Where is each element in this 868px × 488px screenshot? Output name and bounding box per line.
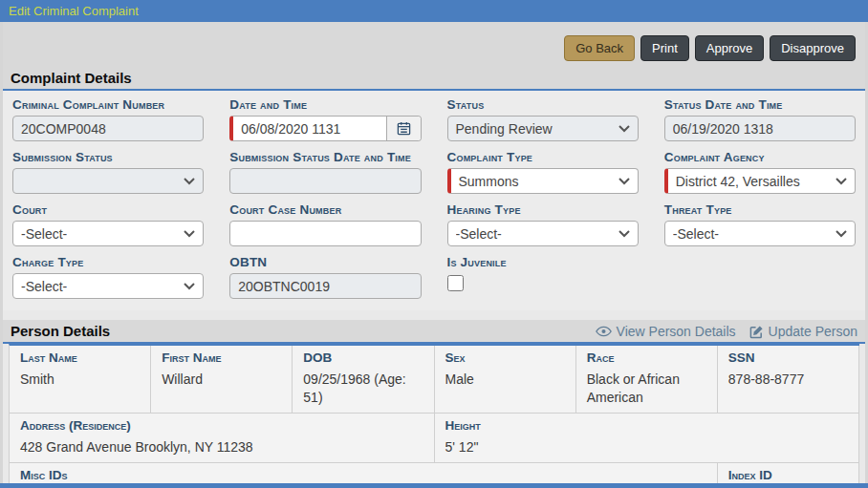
person-cell-ssn: SSN 878-88-8777	[718, 346, 859, 414]
update-person-link[interactable]: Update Person	[749, 324, 857, 339]
date-and-time-input[interactable]	[233, 117, 385, 140]
field-submission-status-date-and-time: Submission Status Date and Time	[229, 150, 421, 194]
field-date-and-time: Date and Time	[229, 97, 421, 141]
chevron-down-icon	[835, 230, 847, 238]
field-criminal-complaint-number: Criminal Complaint Number	[12, 97, 204, 141]
charge-type-label: Charge Type	[12, 255, 204, 269]
field-status-date-and-time: Status Date and Time	[664, 97, 856, 141]
person-actions: View Person Details Update Person	[596, 324, 857, 339]
status-date-and-time-label: Status Date and Time	[664, 97, 856, 112]
person-cell-sex: Sex Male	[435, 346, 576, 414]
person-cell-height: Height 5' 12"	[435, 414, 860, 463]
date-and-time-label: Date and Time	[229, 97, 421, 112]
calendar-icon	[397, 121, 411, 136]
is-juvenile-label: Is Juvenile	[447, 255, 639, 269]
chevron-down-icon	[835, 178, 847, 185]
eye-icon	[596, 326, 612, 337]
submission-status-date-and-time-label: Submission Status Date and Time	[229, 150, 421, 164]
threat-type-label: Threat Type	[664, 202, 856, 217]
court-label: Court	[12, 202, 204, 217]
obtn-label: OBTN	[229, 255, 421, 269]
status-select: Pending Review	[447, 116, 639, 141]
person-details-heading: Person Details View Person Details Updat…	[3, 320, 865, 344]
field-court: Court -Select-	[12, 202, 204, 246]
status-label: Status	[447, 97, 639, 112]
field-submission-status: Submission Status	[12, 150, 204, 194]
complaint-agency-label: Complaint Agency	[664, 150, 856, 164]
hearing-type-select[interactable]: -Select-	[447, 221, 639, 246]
threat-type-select[interactable]: -Select-	[664, 221, 856, 246]
status-date-and-time-input	[664, 116, 856, 141]
court-case-number-label: Court Case Number	[229, 202, 421, 217]
complaint-type-select[interactable]: Summons	[447, 168, 639, 194]
field-hearing-type: Hearing Type -Select-	[447, 202, 639, 246]
complaint-details-heading: Complaint Details	[3, 67, 865, 91]
person-details-title: Person Details	[11, 323, 110, 339]
criminal-complaint-number-label: Criminal Complaint Number	[12, 97, 204, 112]
complaint-form: Criminal Complaint Number Date and Time	[3, 91, 865, 310]
complaint-details-title: Complaint Details	[11, 70, 132, 86]
go-back-button[interactable]: Go Back	[564, 35, 635, 61]
is-juvenile-checkbox[interactable]	[447, 275, 464, 291]
complaint-agency-select[interactable]: District 42, Versailles	[664, 168, 856, 194]
page-title: Edit Criminal Complaint	[9, 4, 139, 18]
date-and-time-input-group	[229, 116, 421, 141]
disapprove-button[interactable]: Disapprove	[770, 35, 856, 61]
bottom-accent-bar	[0, 483, 868, 488]
edit-icon	[749, 325, 764, 339]
approve-button[interactable]: Approve	[695, 35, 764, 61]
person-cell-race: Race Black or African American	[576, 346, 718, 414]
field-threat-type: Threat Type -Select-	[664, 202, 856, 246]
print-button[interactable]: Print	[640, 35, 689, 61]
person-cell-last-name: Last Name Smith	[10, 346, 151, 414]
field-status: Status Pending Review	[447, 97, 639, 141]
person-cell-first-name: First Name Willard	[151, 346, 293, 414]
obtn-input	[229, 273, 421, 299]
person-table: Last Name Smith First Name Willard DOB 0…	[9, 344, 859, 488]
view-person-details-link[interactable]: View Person Details	[596, 324, 736, 339]
court-select[interactable]: -Select-	[12, 221, 204, 246]
field-complaint-agency: Complaint Agency District 42, Versailles	[664, 150, 856, 194]
field-court-case-number: Court Case Number	[229, 202, 421, 246]
chevron-down-icon	[618, 230, 630, 238]
submission-status-label: Submission Status	[12, 150, 204, 164]
chevron-down-icon	[184, 283, 195, 290]
submission-status-select	[12, 168, 204, 194]
field-obtn: OBTN	[229, 255, 421, 299]
chevron-down-icon	[184, 230, 195, 238]
submission-status-date-and-time-input	[229, 168, 421, 194]
criminal-complaint-number-input	[12, 116, 204, 141]
toolbar: Go Back Print Approve Disapprove	[3, 22, 865, 67]
main-content: Go Back Print Approve Disapprove Complai…	[3, 22, 865, 483]
field-charge-type: Charge Type -Select-	[12, 255, 204, 299]
complaint-type-label: Complaint Type	[447, 150, 639, 164]
field-complaint-type: Complaint Type Summons	[447, 150, 639, 194]
chevron-down-icon	[618, 178, 630, 185]
chevron-down-icon	[618, 125, 630, 133]
titlebar: Edit Criminal Complaint	[0, 0, 868, 22]
field-is-juvenile: Is Juvenile	[447, 255, 639, 299]
chevron-down-icon	[184, 178, 195, 185]
person-cell-dob: DOB 09/25/1968 (Age: 51)	[293, 346, 434, 414]
calendar-button[interactable]	[386, 117, 421, 140]
charge-type-select[interactable]: -Select-	[12, 273, 204, 299]
court-case-number-input[interactable]	[229, 221, 421, 246]
hearing-type-label: Hearing Type	[447, 202, 639, 217]
person-cell-address-residence: Address (Residence) 428 Grand Avenue Bro…	[10, 414, 435, 463]
